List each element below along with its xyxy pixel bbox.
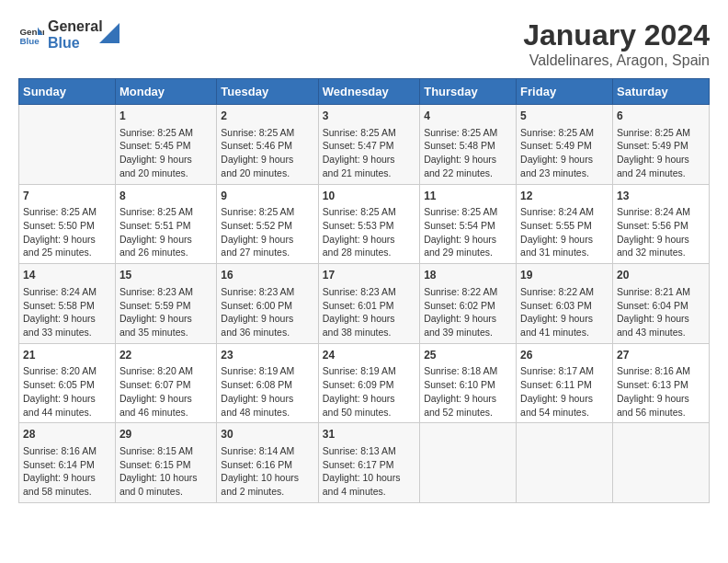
cell-line: and 44 minutes. (23, 406, 111, 419)
cell-line: Sunset: 5:46 PM (221, 139, 313, 153)
cell-line: Daylight: 9 hours (617, 312, 705, 326)
cell-line: Sunset: 6:14 PM (23, 458, 111, 472)
cell-content: 25Sunrise: 8:18 AMSunset: 6:10 PMDayligh… (424, 348, 512, 419)
cell-content: 12Sunrise: 8:24 AMSunset: 5:55 PMDayligh… (520, 189, 609, 260)
calendar-cell (19, 105, 116, 185)
day-number: 25 (424, 348, 512, 363)
cell-line: and 27 minutes. (221, 246, 313, 259)
cell-line: Sunset: 6:03 PM (520, 299, 609, 313)
calendar-cell: 10Sunrise: 8:25 AMSunset: 5:53 PMDayligh… (318, 184, 419, 264)
cell-line: Sunrise: 8:24 AM (23, 285, 111, 299)
calendar-cell (517, 423, 613, 503)
cell-line: Sunset: 6:08 PM (221, 378, 313, 392)
calendar-header: SundayMondayTuesdayWednesdayThursdayFrid… (19, 79, 710, 105)
calendar-cell: 7Sunrise: 8:25 AMSunset: 5:50 PMDaylight… (19, 184, 116, 264)
header-day-thursday: Thursday (420, 79, 517, 105)
cell-line: Sunset: 5:50 PM (23, 219, 111, 233)
cell-content: 17Sunrise: 8:23 AMSunset: 6:01 PMDayligh… (323, 268, 415, 339)
day-number: 27 (617, 348, 705, 363)
cell-content: 4Sunrise: 8:25 AMSunset: 5:48 PMDaylight… (424, 109, 512, 180)
cell-line: and 21 minutes. (323, 167, 415, 180)
day-number: 18 (424, 268, 512, 283)
cell-line: Sunset: 5:51 PM (119, 219, 212, 233)
cell-line: Sunrise: 8:24 AM (520, 205, 609, 219)
cell-line: and 56 minutes. (617, 406, 705, 419)
day-number: 24 (323, 348, 415, 363)
cell-line: Sunrise: 8:22 AM (424, 285, 512, 299)
day-number: 26 (520, 348, 609, 363)
calendar-body: 1Sunrise: 8:25 AMSunset: 5:45 PMDaylight… (19, 105, 710, 503)
title-area: January 2024 Valdelinares, Aragon, Spain (523, 18, 710, 69)
cell-line: Sunrise: 8:25 AM (424, 126, 512, 140)
calendar-cell: 26Sunrise: 8:17 AMSunset: 6:11 PMDayligh… (517, 343, 613, 423)
header-day-friday: Friday (517, 79, 613, 105)
cell-line: Sunset: 5:49 PM (520, 139, 609, 153)
cell-line: Sunrise: 8:16 AM (23, 444, 111, 458)
day-number: 5 (520, 109, 609, 124)
logo-icon: General Blue (18, 22, 44, 48)
cell-line: Daylight: 9 hours (520, 153, 609, 167)
cell-line: Sunset: 6:10 PM (424, 378, 512, 392)
calendar-cell: 22Sunrise: 8:20 AMSunset: 6:07 PMDayligh… (115, 343, 216, 423)
cell-content: 24Sunrise: 8:19 AMSunset: 6:09 PMDayligh… (323, 348, 415, 419)
cell-line: and 54 minutes. (520, 406, 609, 419)
cell-content: 5Sunrise: 8:25 AMSunset: 5:49 PMDaylight… (520, 109, 609, 180)
cell-line: Daylight: 9 hours (323, 312, 415, 326)
calendar-cell: 12Sunrise: 8:24 AMSunset: 5:55 PMDayligh… (517, 184, 613, 264)
cell-line: Sunrise: 8:25 AM (424, 205, 512, 219)
week-row-5: 28Sunrise: 8:16 AMSunset: 6:14 PMDayligh… (19, 423, 710, 503)
cell-line: Sunset: 5:48 PM (424, 139, 512, 153)
cell-line: Sunrise: 8:25 AM (323, 126, 415, 140)
cell-line: Sunrise: 8:25 AM (520, 126, 609, 140)
cell-line: and 22 minutes. (424, 167, 512, 180)
cell-content: 10Sunrise: 8:25 AMSunset: 5:53 PMDayligh… (323, 189, 415, 260)
cell-line: Daylight: 9 hours (424, 392, 512, 406)
cell-content: 20Sunrise: 8:21 AMSunset: 6:04 PMDayligh… (617, 268, 705, 339)
day-number: 20 (617, 268, 705, 283)
cell-line: Sunrise: 8:19 AM (323, 364, 415, 378)
day-number: 23 (221, 348, 313, 363)
cell-line: and 50 minutes. (323, 406, 415, 419)
cell-content: 13Sunrise: 8:24 AMSunset: 5:56 PMDayligh… (617, 189, 705, 260)
cell-line: Sunset: 5:58 PM (23, 299, 111, 313)
day-number: 14 (23, 268, 111, 283)
day-number: 30 (221, 427, 313, 442)
cell-line: Daylight: 9 hours (119, 312, 212, 326)
day-number: 31 (323, 427, 415, 442)
calendar-cell: 3Sunrise: 8:25 AMSunset: 5:47 PMDaylight… (318, 105, 419, 185)
calendar-cell: 1Sunrise: 8:25 AMSunset: 5:45 PMDaylight… (115, 105, 216, 185)
calendar-cell: 17Sunrise: 8:23 AMSunset: 6:01 PMDayligh… (318, 264, 419, 344)
cell-line: Daylight: 9 hours (23, 233, 111, 247)
cell-line: Sunset: 5:55 PM (520, 219, 609, 233)
cell-line: Daylight: 10 hours (323, 471, 415, 485)
cell-line: Daylight: 9 hours (221, 153, 313, 167)
cell-content: 28Sunrise: 8:16 AMSunset: 6:14 PMDayligh… (23, 427, 111, 499)
calendar-cell: 6Sunrise: 8:25 AMSunset: 5:49 PMDaylight… (613, 105, 710, 185)
cell-line: Sunset: 6:05 PM (23, 378, 111, 392)
cell-content: 14Sunrise: 8:24 AMSunset: 5:58 PMDayligh… (23, 268, 111, 339)
calendar-cell: 8Sunrise: 8:25 AMSunset: 5:51 PMDaylight… (115, 184, 216, 264)
cell-line: Daylight: 9 hours (617, 153, 705, 167)
cell-line: Daylight: 9 hours (23, 312, 111, 326)
header-day-saturday: Saturday (613, 79, 710, 105)
day-number: 21 (23, 348, 111, 363)
calendar-cell: 18Sunrise: 8:22 AMSunset: 6:02 PMDayligh… (420, 264, 517, 344)
cell-line: Daylight: 9 hours (520, 233, 609, 247)
cell-line: and 46 minutes. (119, 406, 212, 419)
cell-line: Sunrise: 8:15 AM (119, 444, 212, 458)
cell-line: and 29 minutes. (424, 246, 512, 259)
cell-content: 29Sunrise: 8:15 AMSunset: 6:15 PMDayligh… (119, 427, 212, 499)
week-row-2: 7Sunrise: 8:25 AMSunset: 5:50 PMDaylight… (19, 184, 710, 264)
cell-line: and 39 minutes. (424, 326, 512, 339)
cell-line: Sunset: 6:13 PM (617, 378, 705, 392)
cell-line: Daylight: 9 hours (617, 392, 705, 406)
cell-line: Daylight: 9 hours (221, 392, 313, 406)
day-number: 6 (617, 109, 705, 124)
cell-line: and 28 minutes. (323, 246, 415, 259)
cell-content: 15Sunrise: 8:23 AMSunset: 5:59 PMDayligh… (119, 268, 212, 339)
cell-line: and 24 minutes. (617, 167, 705, 180)
day-number: 4 (424, 109, 512, 124)
day-number: 11 (424, 189, 512, 204)
cell-line: Sunset: 6:01 PM (323, 299, 415, 313)
cell-content: 7Sunrise: 8:25 AMSunset: 5:50 PMDaylight… (23, 189, 111, 260)
